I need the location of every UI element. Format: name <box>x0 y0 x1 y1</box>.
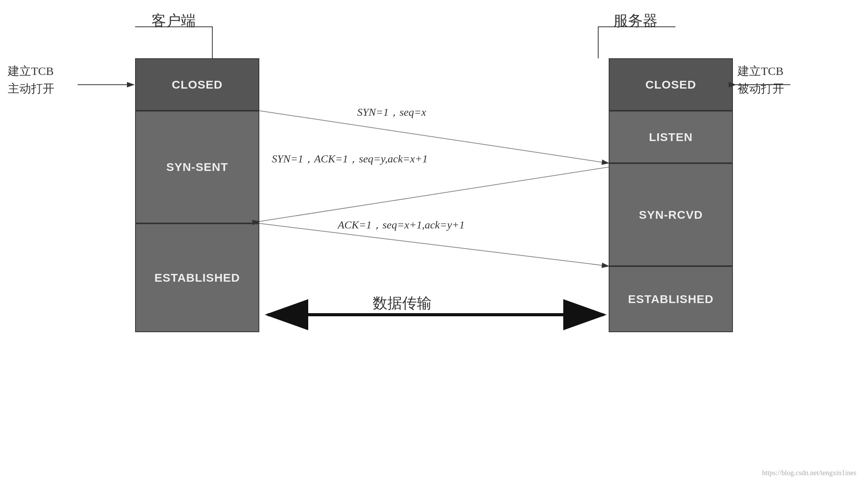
tcp-handshake-diagram: 客户端 建立TCB 主动打开 服务器 建立TCB 被动打开 CLOSED SYN… <box>0 0 868 481</box>
server-label: 服务器 <box>613 11 658 31</box>
client-syn-sent-box: SYN-SENT <box>135 111 259 223</box>
server-right-annotation: 建立TCB 被动打开 <box>738 62 784 97</box>
msg1-label: SYN=1，seq=x <box>357 105 426 120</box>
client-closed-box: CLOSED <box>135 58 259 111</box>
server-annotation-line2: 被动打开 <box>738 80 784 97</box>
client-annotation-line1: 建立TCB <box>8 62 54 80</box>
watermark: https://blog.csdn.net/tengxin1ines <box>762 469 856 477</box>
client-bracket-right <box>212 26 213 58</box>
server-listen-box: LISTEN <box>609 111 733 163</box>
client-established-box: ESTABLISHED <box>135 223 259 332</box>
server-bracket-left <box>598 26 599 58</box>
server-annotation-line1: 建立TCB <box>738 62 784 80</box>
server-closed-box: CLOSED <box>609 58 733 111</box>
svg-line-7 <box>259 167 609 221</box>
server-established-box: ESTABLISHED <box>609 266 733 332</box>
data-transfer-label: 数据传输 <box>373 293 432 313</box>
client-annotation-line2: 主动打开 <box>8 80 54 97</box>
msg2-label: SYN=1，ACK=1，seq=y,ack=x+1 <box>272 152 428 166</box>
client-left-annotation: 建立TCB 主动打开 <box>8 62 54 97</box>
msg3-label: ACK=1，seq=x+1,ack=y+1 <box>338 218 465 232</box>
client-label: 客户端 <box>151 11 196 31</box>
server-syn-rcvd-box: SYN-RCVD <box>609 163 733 266</box>
